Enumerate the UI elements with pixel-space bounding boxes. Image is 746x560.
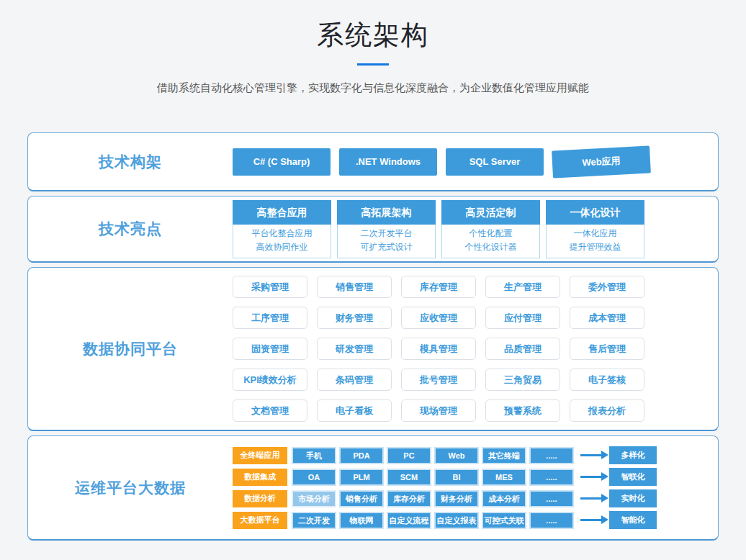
bigdata-item-button[interactable]: PC [387, 447, 431, 464]
highlight-card: 高拓展架构 二次开发平台 可扩充式设计 [337, 200, 436, 258]
bigdata-item-button[interactable]: 可控式关联 [482, 512, 526, 529]
highlight-card-line: 个性化配置 [442, 227, 539, 240]
module-button[interactable]: 销售管理 [317, 276, 392, 298]
module-button[interactable]: 采购管理 [233, 276, 307, 298]
bigdata-item-button[interactable]: SCM [387, 469, 431, 486]
bigdata-item-button[interactable]: ..... [529, 512, 574, 529]
page-subtitle: 借助系统自动化核心管理引擎，实现数字化与信息化深度融合，为企业数值化管理应用赋能 [0, 81, 746, 95]
highlight-cards: 高整合应用 平台化整合应用 高效协同作业 高拓展架构 二次开发平台 可扩充式设计… [233, 200, 644, 258]
bigdata-item-button[interactable]: BI [434, 469, 479, 486]
bigdata-result-button[interactable]: 智能化 [609, 511, 657, 529]
tech-stack-buttons: C# (C Sharp) .NET Windows SQL Server Web… [233, 148, 650, 176]
bigdata-row-platform: 大数据平台 二次开发 物联网 自定义流程 自定义报表 可控式关联 ..... 智… [233, 511, 657, 529]
bigdata-item-button[interactable]: ..... [529, 469, 574, 486]
module-button[interactable]: 预警系统 [485, 399, 560, 422]
bigdata-item-button[interactable]: ..... [529, 490, 574, 507]
highlight-card-body: 二次开发平台 可扩充式设计 [337, 225, 436, 258]
bigdata-item-button[interactable]: PLM [339, 469, 384, 486]
arrow-right-icon [580, 497, 602, 500]
section-highlights: 技术亮点 高整合应用 平台化整合应用 高效协同作业 高拓展架构 二次开发平台 可… [27, 196, 719, 263]
module-button[interactable]: KPI绩效分析 [233, 369, 307, 391]
arrow-right-icon [580, 519, 602, 521]
tech-button-csharp[interactable]: C# (C Sharp) [233, 148, 331, 176]
highlight-card-line: 可扩充式设计 [338, 240, 435, 254]
section-platform-label: 数据协同平台 [28, 339, 233, 359]
module-button[interactable]: 应收管理 [401, 307, 476, 329]
bigdata-result-button[interactable]: 智联化 [609, 468, 657, 486]
highlight-card-line: 个性化设计器 [442, 240, 539, 254]
bigdata-item-button[interactable]: Web [434, 447, 479, 464]
module-button[interactable]: 批号管理 [401, 369, 476, 391]
bigdata-item-button[interactable]: 二次开发 [292, 512, 336, 529]
tech-button-sql-server[interactable]: SQL Server [446, 148, 544, 176]
module-button[interactable]: 固资管理 [233, 338, 307, 360]
highlight-card-line: 平台化整合应用 [233, 227, 331, 240]
section-platform: 数据协同平台 采购管理 销售管理 库存管理 生产管理 委外管理 工序管理 财务管… [27, 267, 719, 431]
highlight-card-body: 个性化配置 个性化设计器 [441, 225, 540, 258]
module-button[interactable]: 委外管理 [570, 276, 644, 298]
module-button[interactable]: 现场管理 [401, 399, 476, 422]
module-button[interactable]: 电子签核 [570, 369, 644, 391]
highlight-card-title: 高拓展架构 [337, 200, 436, 225]
highlight-card-body: 平台化整合应用 高效协同作业 [233, 225, 331, 258]
bigdata-row-terminals: 全终端应用 手机 PDA PC Web 其它终端 ..... 多样化 [233, 446, 657, 464]
module-button[interactable]: 库存管理 [401, 276, 476, 298]
page-title: 系统架构 [0, 17, 746, 53]
bigdata-result-button[interactable]: 实时化 [609, 489, 657, 507]
highlight-card: 高灵活定制 个性化配置 个性化设计器 [441, 200, 540, 258]
bigdata-item-button[interactable]: 市场分析 [292, 490, 336, 507]
highlight-card: 一体化设计 一体化应用 提升管理效益 [546, 200, 644, 258]
module-button[interactable]: 成本管理 [570, 307, 644, 329]
bigdata-item-button[interactable]: 自定义流程 [387, 512, 431, 529]
section-bigdata-label: 运维平台大数据 [28, 478, 233, 498]
bigdata-item-button[interactable]: 物联网 [339, 512, 384, 529]
highlight-card-body: 一体化应用 提升管理效益 [546, 225, 644, 258]
bigdata-item-button[interactable]: 其它终端 [482, 447, 526, 464]
highlight-card-line: 二次开发平台 [338, 227, 435, 240]
section-highlights-label: 技术亮点 [28, 219, 233, 239]
module-button[interactable]: 生产管理 [485, 276, 560, 298]
highlight-card: 高整合应用 平台化整合应用 高效协同作业 [233, 200, 331, 258]
bigdata-item-button[interactable]: MES [482, 469, 526, 486]
module-button[interactable]: 售后管理 [570, 338, 644, 360]
bigdata-result-button[interactable]: 多样化 [609, 446, 657, 464]
module-button[interactable]: 工序管理 [233, 307, 307, 329]
tech-button-web-app[interactable]: Web应用 [552, 145, 651, 178]
highlight-card-line: 高效协同作业 [233, 240, 331, 254]
module-button[interactable]: 文档管理 [233, 399, 307, 422]
bigdata-item-button[interactable]: 销售分析 [339, 490, 384, 507]
highlight-card-title: 一体化设计 [546, 200, 644, 225]
module-button[interactable]: 应付管理 [485, 307, 560, 329]
arrow-right-icon [580, 476, 602, 478]
title-underline [357, 63, 389, 66]
bigdata-row-analysis: 数据分析 市场分析 销售分析 库存分析 财务分析 成本分析 ..... 实时化 [233, 489, 657, 507]
page-header: 系统架构 借助系统自动化核心管理引擎，实现数字化与信息化深度融合，为企业数值化管… [0, 0, 746, 95]
module-button[interactable]: 条码管理 [317, 369, 392, 391]
bigdata-item-button[interactable]: 手机 [292, 447, 336, 464]
bigdata-item-button[interactable]: 财务分析 [434, 490, 479, 507]
bigdata-item-button[interactable]: PDA [339, 447, 384, 464]
system-architecture-page: 系统架构 借助系统自动化核心管理引擎，实现数字化与信息化深度融合，为企业数值化管… [0, 0, 746, 560]
section-tech-stack-label: 技术构架 [28, 152, 233, 172]
tech-button-dotnet-windows[interactable]: .NET Windows [339, 148, 437, 176]
module-button[interactable]: 财务管理 [317, 307, 392, 329]
module-button[interactable]: 报表分析 [570, 399, 644, 422]
bigdata-item-button[interactable]: 自定义报表 [434, 512, 479, 529]
module-button[interactable]: 三角贸易 [485, 369, 560, 391]
bigdata-row-integration: 数据集成 OA PLM SCM BI MES ..... 智联化 [233, 468, 657, 486]
bigdata-item-button[interactable]: 成本分析 [482, 490, 526, 507]
module-button[interactable]: 模具管理 [401, 338, 476, 360]
bigdata-item-button[interactable]: OA [292, 469, 336, 486]
section-bigdata: 运维平台大数据 全终端应用 手机 PDA PC Web 其它终端 ..... 多… [27, 435, 719, 541]
bigdata-item-button[interactable]: ..... [529, 447, 574, 464]
bigdata-rows: 全终端应用 手机 PDA PC Web 其它终端 ..... 多样化 数据集成 … [233, 446, 657, 529]
highlight-card-line: 提升管理效益 [547, 240, 644, 254]
highlight-card-title: 高整合应用 [233, 200, 331, 225]
platform-module-grid: 采购管理 销售管理 库存管理 生产管理 委外管理 工序管理 财务管理 应收管理 … [233, 276, 644, 422]
module-button[interactable]: 电子看板 [317, 399, 392, 422]
highlight-card-title: 高灵活定制 [441, 200, 540, 225]
module-button[interactable]: 品质管理 [485, 338, 560, 360]
module-button[interactable]: 研发管理 [317, 338, 392, 360]
category-chip: 大数据平台 [233, 512, 287, 529]
bigdata-item-button[interactable]: 库存分析 [387, 490, 431, 507]
